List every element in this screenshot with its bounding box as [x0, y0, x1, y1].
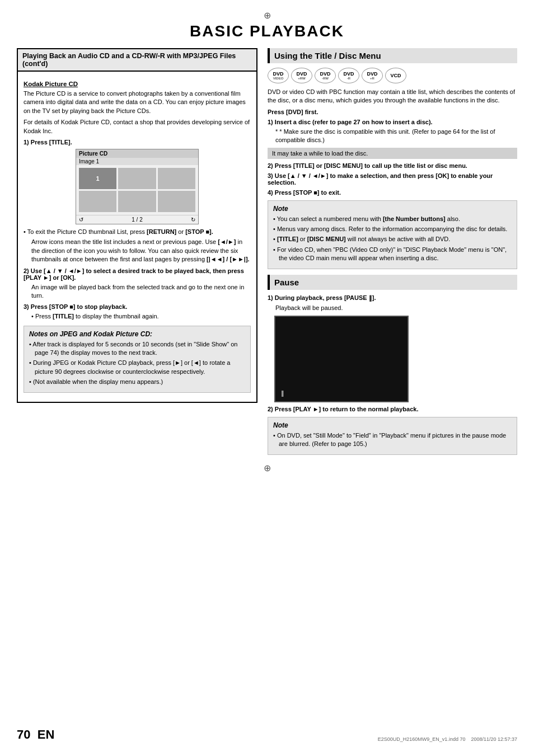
dvd-video-badge: DVD VIDEO	[268, 68, 289, 83]
step2-label: 2) Use [▲ / ▼ / ◄/►] to select a desired…	[24, 267, 251, 281]
page: ⊕ BASIC PLAYBACK Playing Back an Audio C…	[0, 0, 534, 756]
tdm-step2-label: 2) Press [TITLE] or [DISC MENU] to call …	[268, 162, 517, 169]
step2-content: An image will be played back from the se…	[31, 283, 251, 300]
note1: After track is displayed for 5 seconds o…	[29, 340, 245, 358]
arrow-left: ↺	[79, 217, 83, 223]
page-footer: 70 EN E2S00UD_H2160MW9_EN_v1.indd 70 200…	[17, 727, 517, 742]
step1-label: 1) Press [TITLE].	[24, 139, 251, 145]
vcd-badge: VCD	[385, 68, 406, 83]
step3-bullets: Press [TITLE] to display the thumbnail a…	[31, 312, 251, 321]
picture-cd-footer: ↺ 1 / 2 ↻	[76, 215, 198, 224]
picture-cd-subtitle: Image 1	[76, 158, 198, 165]
thumb-1: 1	[79, 168, 116, 189]
thumb-5	[118, 191, 156, 212]
pause-note-list: On DVD, set "Still Mode" to "Field" in "…	[273, 431, 512, 449]
step3-bullet1: Press [TITLE] to display the thumbnail a…	[31, 312, 251, 321]
dvd-plusr-badge: DVD +R	[362, 68, 383, 83]
dvd-minusrw-badge: DVD -RW	[315, 68, 336, 83]
pause-step1-content: Playback will be paused.	[275, 304, 517, 312]
page-indicator: 1 / 2	[132, 217, 142, 223]
notes-list: After track is displayed for 5 seconds o…	[29, 340, 245, 387]
title-disc-note-title: Note	[273, 205, 512, 213]
pause-tv-mockup: ‖	[274, 316, 409, 402]
note2: During JPEG or Kodak Picture CD playback…	[29, 359, 245, 376]
notes-title: Notes on JPEG and Kodak Picture CD:	[29, 330, 245, 338]
tdm-note1: You can select a numbered menu with [the…	[273, 215, 512, 223]
pause-step2-label: 2) Press [PLAY ►] to return to the norma…	[268, 406, 517, 412]
kodak-subsection-title: Kodak Picture CD	[24, 81, 251, 87]
left-section-content: Kodak Picture CD The Picture CD is a ser…	[18, 72, 256, 402]
tdm-note3: [TITLE] or [DISC MENU] will not always b…	[273, 235, 512, 243]
arrow-note: Arrow icons mean the title list includes…	[31, 238, 251, 264]
reg-mark-bottom: ⊕	[17, 464, 517, 473]
title-disc-note-list: You can select a numbered menu with [the…	[273, 215, 512, 263]
tdm-step4-label: 4) Press [STOP ■] to exit.	[268, 189, 517, 196]
pause-note1: On DVD, set "Still Mode" to "Field" in "…	[273, 431, 512, 449]
dvd-plusrw-badge: DVD +RW	[291, 68, 312, 83]
two-column-layout: Playing Back an Audio CD and a CD-RW/-R …	[17, 48, 517, 459]
pause-symbol: ‖	[281, 389, 284, 397]
notes-box: Notes on JPEG and Kodak Picture CD: Afte…	[24, 326, 251, 393]
pause-note-title: Note	[273, 421, 512, 429]
tdm-note4: For video CD, when "PBC (Video CD only)"…	[273, 246, 512, 263]
thumb-4	[79, 191, 116, 212]
pause-note: Note On DVD, set "Still Mode" to "Field"…	[268, 417, 517, 455]
tdm-step3-label: 3) Use [▲ / ▼ / ◄/►] to make a selection…	[268, 172, 517, 186]
thumb-6	[158, 191, 195, 212]
picture-cd-grid: 1	[76, 165, 198, 215]
title-disc-menu-header: Using the Title / Disc Menu	[268, 48, 517, 63]
left-section-box: Playing Back an Audio CD and a CD-RW/-R …	[17, 48, 257, 403]
pause-section-title: Pause	[268, 275, 517, 290]
title-disc-note: Note You can select a numbered menu with…	[268, 200, 517, 269]
left-column: Playing Back an Audio CD and a CD-RW/-R …	[17, 48, 257, 459]
highlight-load: It may take a while to load the disc.	[268, 148, 517, 159]
pause-step1-label: 1) During playback, press [PAUSE ‖].	[268, 294, 517, 302]
tdm-note2: Menus vary among discs. Refer to the inf…	[273, 225, 512, 233]
press-dvd-first: Press [DVD] first.	[268, 109, 517, 115]
thumb-2	[118, 168, 156, 189]
dvd-badges: DVD VIDEO DVD +RW DVD -RW DVD -R DVD	[268, 68, 517, 83]
thumb-3	[158, 168, 195, 189]
step3-label: 3) Press [STOP ■] to stop playback.	[24, 303, 251, 310]
tdm-step1-sub1: * * Make sure the disc is compatible wit…	[275, 128, 517, 145]
dvd-minusr-badge: DVD -R	[338, 68, 359, 83]
arrow-right: ↻	[191, 217, 195, 223]
page-title: BASIC PLAYBACK	[17, 22, 517, 40]
kodak-para1: The Picture CD is a service to convert p…	[24, 90, 251, 115]
step1-bullet1: To exit the Picture CD thumbnail List, p…	[24, 228, 251, 236]
left-section-header: Playing Back an Audio CD and a CD-RW/-R …	[18, 49, 256, 72]
right-column: Using the Title / Disc Menu DVD VIDEO DV…	[268, 48, 517, 459]
note3: (Not available when the display menu app…	[29, 378, 245, 386]
tdm-step1-label: 1) Insert a disc (refer to page 27 on ho…	[268, 119, 517, 125]
reg-mark-top: ⊕	[17, 11, 517, 20]
picture-cd-mockup: Picture CD Image 1 1 ↺ 1 / 2	[76, 149, 199, 224]
footer-file: E2S00UD_H2160MW9_EN_v1.indd 70 2008/11/2…	[378, 736, 517, 742]
picture-cd-title: Picture CD	[76, 149, 198, 158]
title-disc-intro: DVD or video CD with PBC function may co…	[268, 88, 517, 105]
kodak-para2: For details of Kodak Picture CD, contact…	[24, 118, 251, 135]
step1-bullets: To exit the Picture CD thumbnail List, p…	[24, 228, 251, 236]
page-number: 70 EN	[17, 727, 54, 742]
